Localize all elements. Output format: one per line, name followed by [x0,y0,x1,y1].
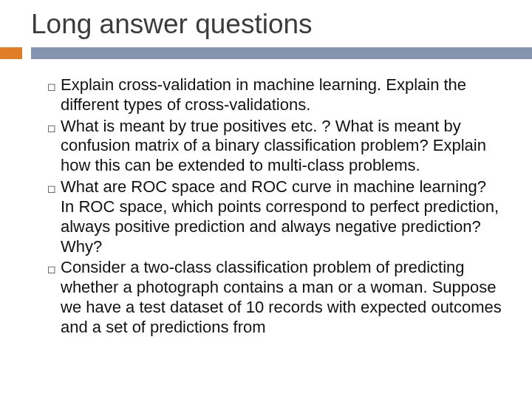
bullet-icon: ◻ [43,177,61,199]
list-item-text: What are ROC space and ROC curve in mach… [61,177,502,256]
divider-accent [0,47,22,59]
divider-gap [22,47,31,59]
bullet-icon: ◻ [43,258,61,279]
divider [0,47,532,59]
bullet-icon: ◻ [43,117,61,138]
list-item: ◻ What are ROC space and ROC curve in ma… [43,177,502,256]
list-item-text: Consider a two-class classification prob… [61,258,502,337]
list-item-text: What is meant by true positives etc. ? W… [61,117,502,176]
bullet-icon: ◻ [43,75,61,97]
list-item: ◻ What is meant by true positives etc. ?… [43,117,502,176]
content-body: ◻ Explain cross-validation in machine le… [0,59,532,338]
list-item: ◻ Explain cross-validation in machine le… [43,75,502,115]
list-item: ◻ Consider a two-class classification pr… [43,258,502,337]
divider-main [31,47,532,59]
list-item-text: Explain cross-validation in machine lear… [61,75,502,115]
slide: Long answer questions ◻ Explain cross-va… [0,0,532,399]
page-title: Long answer questions [0,0,532,47]
